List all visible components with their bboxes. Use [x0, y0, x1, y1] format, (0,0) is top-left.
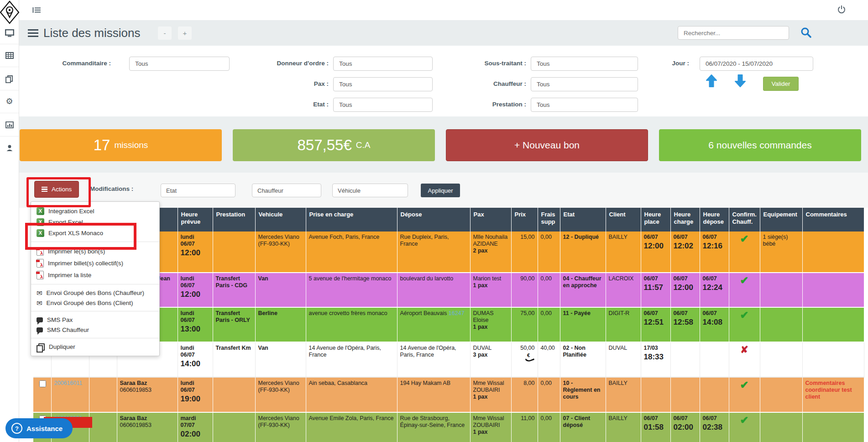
column-header-17[interactable]: Confirm. Chauff. — [729, 208, 760, 232]
cell-frais-supp: 0,00 — [538, 412, 560, 442]
zoom-out-button[interactable]: - — [158, 26, 172, 40]
column-header-19[interactable]: Commentaires — [802, 208, 864, 232]
cell-depose: Rue Dupleix, Paris, France — [397, 232, 470, 273]
column-header-10[interactable]: Prix — [511, 208, 538, 232]
next-day-arrow-icon[interactable] — [734, 74, 747, 89]
column-header-14[interactable]: Heure place — [641, 208, 670, 232]
column-header-18[interactable]: Equipement — [760, 208, 802, 232]
confirmed-check-icon: ✔ — [740, 379, 748, 391]
menu-item-export-excel[interactable]: Export Excel — [31, 216, 159, 227]
excel-icon — [37, 207, 44, 215]
menu-item-imprimer-billet-s-collectif-s[interactable]: Imprimer billet(s) collectif(s) — [31, 257, 159, 269]
monitor-icon[interactable] — [0, 29, 19, 39]
cell-frais-supp: 0,00 — [538, 232, 560, 273]
filter-sous-traitant-select[interactable] — [531, 57, 638, 71]
cell-heure-prevue: lundi06/0714:00 — [178, 342, 213, 377]
cell-heure-prevue: lundi06/0712:00 — [178, 232, 213, 273]
cell-depose: Rue de Strasbourg, Épinay-sur-Seine, Fra… — [397, 412, 470, 442]
column-header-9[interactable]: Pax — [470, 208, 511, 232]
menu-item-sms-pax[interactable]: SMS Pax — [31, 315, 159, 325]
sidebar-toggle-icon[interactable] — [32, 7, 41, 15]
cell-equipement — [760, 307, 802, 342]
copy-icon[interactable] — [0, 75, 19, 85]
cell-vehicule: Mercedes Viano (FF-930-KK) — [255, 377, 306, 412]
grid-icon[interactable] — [0, 52, 19, 61]
mission-number-link[interactable]: 200616011 — [54, 380, 83, 386]
cell-heure-charge: 06/0712:02 — [670, 232, 700, 273]
menu-item-export-xls-monaco[interactable]: Export XLS Monaco — [31, 227, 159, 238]
menu-separator — [31, 242, 159, 242]
previous-day-arrow-icon[interactable] — [705, 74, 718, 89]
column-header-16[interactable]: Heure dépose — [700, 208, 729, 232]
cell-aux — [89, 377, 117, 412]
cell-vehicule: Van — [255, 273, 306, 307]
valider-button[interactable]: Valider — [763, 77, 799, 91]
cell-chauffeur: Saraa Baz0606019853 — [117, 412, 178, 442]
filter-pax-label: Pax : — [247, 80, 329, 87]
depose-code-link[interactable]: 16247 — [449, 310, 465, 316]
column-header-13[interactable]: Client — [606, 208, 641, 232]
column-header-8[interactable]: Dépose — [397, 208, 470, 232]
nouvelles-commandes-button[interactable]: 6 nouvelles commandes — [659, 129, 861, 161]
filter-etat-select[interactable] — [333, 98, 433, 112]
cell-heure-prevue: lundi06/0713:00 — [178, 307, 213, 342]
sidebar-divider — [0, 113, 19, 113]
sidebar-divider — [0, 90, 19, 90]
column-header-5[interactable]: Prestation — [213, 208, 255, 232]
title-band: Liste des missions - + — [19, 20, 868, 46]
filter-jour-date-range[interactable] — [700, 57, 813, 71]
missions-count-card: 17 missions — [20, 129, 222, 161]
chart-icon[interactable] — [0, 121, 19, 130]
cell-heure-deposeh: 06/0702:38 — [700, 412, 729, 442]
gear-icon[interactable]: ⚙ — [0, 97, 19, 105]
column-header-7[interactable]: Prise en charge — [306, 208, 397, 232]
cell-prestation — [213, 412, 255, 442]
menu-item-imprimer-la-liste[interactable]: Imprimer la liste — [31, 269, 159, 281]
column-header-4[interactable]: Heure prévue — [178, 208, 213, 232]
appliquer-button[interactable]: Appliquer — [421, 184, 460, 197]
filter-commanditaire-select[interactable] — [129, 57, 230, 71]
cell-confirm-chauff: ✔ — [729, 412, 760, 442]
cell-heure-place: 06/0712:00 — [641, 232, 670, 273]
power-icon[interactable] — [837, 5, 846, 16]
nouveau-bon-button[interactable]: + Nouveau bon — [446, 129, 648, 161]
modify-vehicule-select[interactable] — [332, 184, 408, 197]
column-header-15[interactable]: Heure charge — [670, 208, 700, 232]
menu-item-envoi-group-des-bons-client[interactable]: ✉Envoi Groupé des Bons (Client) — [31, 298, 159, 308]
assistance-button[interactable]: ? Assistance — [5, 418, 73, 438]
filter-donneur-select[interactable] — [333, 57, 433, 71]
cell-etat: 02 - Non Planifiée — [560, 342, 606, 377]
menu-separator — [31, 338, 159, 338]
row-checkbox[interactable] — [39, 380, 46, 387]
page-title-text: Liste des missions — [43, 26, 140, 40]
column-header-11[interactable]: Frais supp — [538, 208, 560, 232]
menu-item-envoi-group-des-bons-chauffeur[interactable]: ✉Envoi Groupé des Bons (Chauffeur) — [31, 288, 159, 298]
menu-item-imprimer-le-s-bon-s[interactable]: Imprimer le(s) bon(s) — [31, 245, 159, 257]
cell-prise-en-charge: 5 avenue de l'hermitage monaco — [306, 273, 397, 307]
cell-prix: 15,00 — [511, 232, 538, 273]
cell-prix: 50,00€ — [511, 342, 538, 377]
column-header-6[interactable]: Vehicule — [255, 208, 306, 232]
filter-prestation-select[interactable] — [531, 98, 638, 112]
column-header-12[interactable]: Etat — [560, 208, 606, 232]
search-icon[interactable] — [800, 26, 812, 40]
actions-button[interactable]: Actions — [34, 181, 79, 198]
cell-frais-supp: 40,00 — [538, 342, 560, 377]
search-input[interactable] — [678, 26, 789, 40]
cell-pax: Marion test1 pax — [470, 273, 511, 307]
filter-pax-select[interactable] — [333, 77, 433, 91]
cell-heure-place — [641, 377, 670, 412]
menu-item-integration-excel[interactable]: Integration Excel — [31, 205, 159, 216]
modify-etat-select[interactable] — [161, 184, 235, 197]
user-icon[interactable] — [0, 144, 19, 153]
cell-pax: Mme Wissal ZOUBAIRI1 pax — [470, 377, 511, 412]
cell-frais-supp: 0,00 — [538, 377, 560, 412]
cell-prestation: Transfert Paris - ORLY — [213, 307, 255, 342]
cell-confirm-chauff: ✘ — [729, 342, 760, 377]
zoom-in-button[interactable]: + — [178, 26, 192, 40]
menu-item-dupliquer[interactable]: Dupliquer — [31, 342, 159, 352]
filter-chauffeur-select[interactable] — [531, 77, 638, 91]
menu-item-sms-chauffeur[interactable]: SMS Chauffeur — [31, 325, 159, 335]
cell-equipement — [760, 412, 802, 442]
modify-chauffeur-select[interactable] — [252, 184, 321, 197]
